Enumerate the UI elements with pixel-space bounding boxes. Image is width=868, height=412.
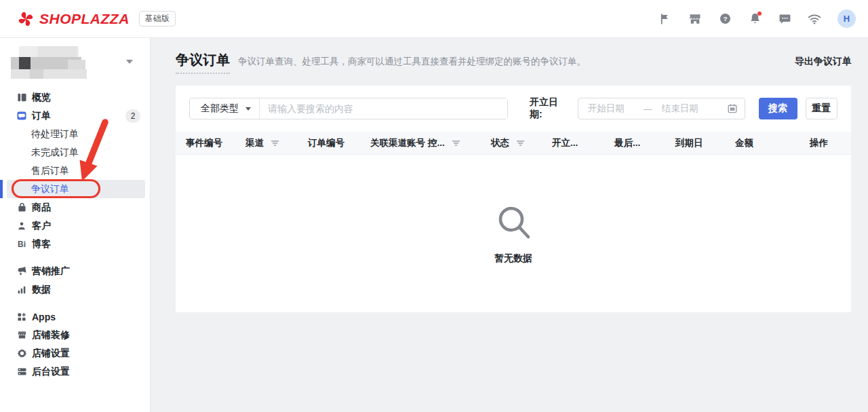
- empty-state: 暂无数据: [176, 155, 851, 312]
- column-header-status: 状态: [491, 137, 552, 149]
- search-input[interactable]: [260, 98, 507, 119]
- sidebar-item-incomplete-orders[interactable]: 未完成订单: [0, 143, 150, 162]
- shoplazza-logo-icon: [18, 11, 34, 27]
- column-header-event-id: 事件编号: [186, 137, 245, 149]
- column-header-amount: 金额: [735, 137, 810, 149]
- sidebar-item-label: 待处理订单: [31, 128, 79, 141]
- brand: SHOPLAZZA 基础版: [18, 11, 176, 27]
- sidebar-item-label: 概览: [32, 92, 51, 104]
- sidebar-item-products[interactable]: 商品: [0, 198, 150, 217]
- sidebar-item-store-settings[interactable]: 店铺设置: [0, 344, 150, 362]
- messages-icon[interactable]: [778, 12, 791, 26]
- date-separator: —: [644, 104, 652, 114]
- sidebar-item-customers[interactable]: 客户: [0, 217, 150, 235]
- type-filter-value: 全部类型: [201, 102, 239, 115]
- sidebar-item-label: 订单: [32, 110, 51, 122]
- store-settings-gear-icon: [16, 348, 27, 359]
- flag-icon[interactable]: [658, 12, 672, 26]
- sidebar-item-label: 数据: [32, 284, 51, 296]
- overview-icon: [16, 92, 27, 103]
- apps-grid-icon: [16, 312, 27, 322]
- active-item-background: [7, 180, 145, 198]
- sidebar-item-label: 营销推广: [32, 265, 70, 278]
- blog-icon: Bi: [16, 239, 27, 250]
- export-disputes-button[interactable]: 导出争议订单: [795, 56, 852, 68]
- page-title: 争议订单: [176, 51, 230, 74]
- column-header-open-date: 开立...: [552, 137, 614, 149]
- column-header-due-date: 到期日: [675, 137, 735, 149]
- column-header-linked-account: 关联渠道账号: [370, 137, 428, 149]
- orders-count-badge: 2: [125, 109, 140, 123]
- dispute-orders-panel: 全部类型 开立日期: 开始日期 — 结束日期 搜索 重置: [176, 86, 851, 312]
- sidebar-item-orders[interactable]: 订单 2: [0, 107, 150, 125]
- sidebar-item-marketing[interactable]: 营销推广: [0, 262, 150, 280]
- column-header-last-update: 最后...: [614, 137, 675, 149]
- date-range-picker[interactable]: 开始日期 — 结束日期: [578, 98, 745, 119]
- sidebar-item-label: 博客: [32, 238, 51, 250]
- svg-text:?: ?: [723, 15, 727, 22]
- orders-icon: [16, 111, 27, 121]
- sidebar-item-pending-orders[interactable]: 待处理订单: [0, 125, 150, 143]
- sidebar-item-label: 店铺装修: [32, 329, 70, 341]
- column-header-actions: 操作: [810, 137, 851, 149]
- sidebar-item-apps[interactable]: Apps: [0, 307, 150, 326]
- sidebar-item-overview[interactable]: 概览: [0, 88, 150, 107]
- search-button[interactable]: 搜索: [759, 98, 797, 119]
- sidebar: 概览 订单 2 待处理订单 未完成订单 售后订单 争议订单 商品: [0, 38, 151, 412]
- calendar-icon: [727, 103, 738, 114]
- sidebar-item-label: 客户: [32, 220, 51, 232]
- help-icon[interactable]: ?: [718, 12, 732, 26]
- data-chart-icon: [16, 284, 27, 295]
- reset-button[interactable]: 重置: [806, 98, 837, 119]
- sidebar-item-label: 未完成订单: [31, 147, 79, 159]
- sidebar-item-store-decoration[interactable]: 店铺装修: [0, 326, 150, 344]
- sidebar-item-label: 争议订单: [31, 183, 69, 195]
- store-decoration-icon: [16, 330, 27, 341]
- column-header-channel: 渠道: [245, 137, 308, 149]
- network-status-icon[interactable]: [808, 12, 821, 26]
- top-header: SHOPLAZZA 基础版 ? H: [0, 0, 868, 38]
- sidebar-nav: 概览 订单 2 待处理订单 未完成订单 售后订单 争议订单 商品: [0, 88, 150, 388]
- empty-state-text: 暂无数据: [494, 252, 532, 265]
- filter-funnel-icon[interactable]: [271, 139, 279, 147]
- filter-funnel-icon[interactable]: [452, 139, 460, 147]
- page-description: 争议订单查询、处理工具，商家可以通过工具直接查看并处理绑定的账号的争议订单。: [238, 56, 586, 68]
- notification-dot: [757, 12, 762, 16]
- main-content: 争议订单 争议订单查询、处理工具，商家可以通过工具直接查看并处理绑定的账号的争议…: [151, 38, 868, 412]
- store-name-redacted: [11, 46, 106, 80]
- sidebar-item-aftersale-orders[interactable]: 售后订单: [0, 162, 150, 180]
- user-avatar[interactable]: H: [837, 10, 856, 28]
- sidebar-item-dispute-orders[interactable]: 争议订单: [0, 180, 150, 198]
- date-filter-label: 开立日期:: [530, 96, 570, 121]
- sidebar-item-label: 商品: [32, 202, 51, 214]
- chevron-down-icon: [245, 107, 251, 111]
- storefront-icon[interactable]: [688, 12, 702, 26]
- sidebar-item-label: 售后订单: [31, 165, 69, 177]
- store-selector[interactable]: [0, 38, 150, 88]
- backend-settings-icon: [16, 367, 27, 377]
- sidebar-item-label: 后台设置: [32, 366, 70, 378]
- customers-icon: [16, 221, 27, 231]
- plan-badge: 基础版: [139, 11, 176, 26]
- type-filter-dropdown[interactable]: 全部类型: [190, 98, 260, 119]
- search-group: 全部类型: [189, 98, 508, 119]
- chevron-down-icon[interactable]: [126, 60, 133, 64]
- filter-funnel-icon[interactable]: [516, 139, 525, 147]
- table-header-row: 事件编号 渠道 订单编号 关联渠道账号 控... 状态 开立... 最后... …: [176, 132, 851, 155]
- marketing-megaphone-icon: [16, 266, 27, 277]
- end-date-field[interactable]: 结束日期: [662, 102, 698, 115]
- sidebar-item-label: Apps: [32, 312, 56, 322]
- column-header-order-id: 订单编号: [308, 137, 370, 149]
- sidebar-item-backend-settings[interactable]: 后台设置: [0, 362, 150, 381]
- sidebar-item-data[interactable]: 数据: [0, 280, 150, 299]
- products-bag-icon: [16, 202, 27, 213]
- logo-text: SHOPLAZZA: [39, 11, 130, 27]
- column-header-dispute-type: 控...: [428, 137, 491, 149]
- sidebar-item-blog[interactable]: Bi 博客: [0, 235, 150, 253]
- search-magnifier-icon: [494, 202, 533, 242]
- start-date-field[interactable]: 开始日期: [588, 102, 625, 115]
- sidebar-item-label: 店铺设置: [32, 348, 70, 360]
- notification-bell-icon[interactable]: [748, 12, 762, 26]
